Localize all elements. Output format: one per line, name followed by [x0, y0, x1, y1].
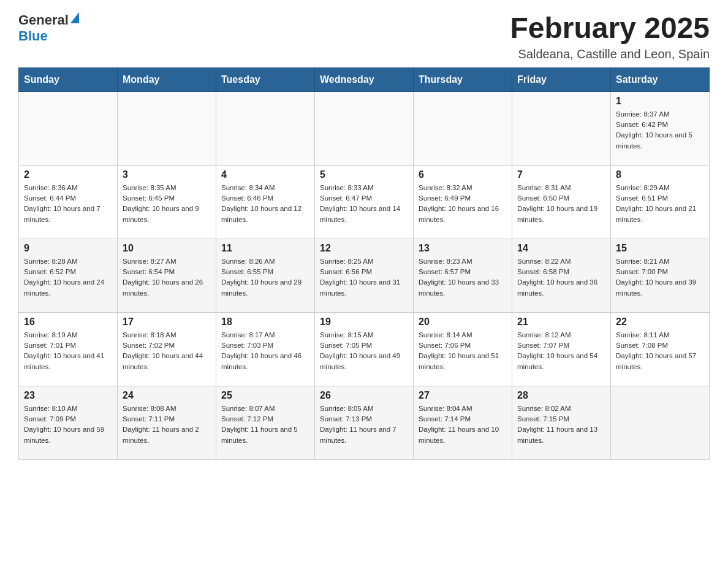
calendar-cell: 14Sunrise: 8:22 AMSunset: 6:58 PMDayligh… [512, 239, 611, 312]
calendar-cell: 1Sunrise: 8:37 AMSunset: 6:42 PMDaylight… [611, 91, 710, 165]
day-number: 4 [221, 169, 309, 180]
calendar-cell [19, 91, 118, 165]
logo-text-blue: Blue [18, 28, 48, 44]
day-number: 16 [24, 316, 112, 327]
day-info: Sunrise: 8:11 AMSunset: 7:08 PMDaylight:… [616, 330, 704, 372]
day-number: 1 [616, 96, 704, 107]
day-info: Sunrise: 8:02 AMSunset: 7:15 PMDaylight:… [517, 404, 605, 446]
calendar-cell: 26Sunrise: 8:05 AMSunset: 7:13 PMDayligh… [315, 386, 414, 459]
logo-text-general: General [18, 12, 69, 28]
calendar-table: SundayMondayTuesdayWednesdayThursdayFrid… [18, 67, 710, 460]
day-number: 7 [517, 169, 605, 180]
day-info: Sunrise: 8:04 AMSunset: 7:14 PMDaylight:… [419, 404, 507, 446]
day-number: 19 [320, 316, 408, 327]
day-number: 14 [517, 243, 605, 254]
day-number: 2 [24, 169, 112, 180]
column-header-friday: Friday [512, 67, 611, 91]
location-subtitle: Saldeana, Castille and Leon, Spain [510, 47, 710, 61]
day-info: Sunrise: 8:15 AMSunset: 7:05 PMDaylight:… [320, 330, 408, 372]
day-number: 6 [419, 169, 507, 180]
day-info: Sunrise: 8:36 AMSunset: 6:44 PMDaylight:… [24, 183, 112, 225]
calendar-cell: 10Sunrise: 8:27 AMSunset: 6:54 PMDayligh… [118, 239, 216, 312]
calendar-cell [414, 91, 512, 165]
day-info: Sunrise: 8:25 AMSunset: 6:56 PMDaylight:… [320, 256, 408, 299]
day-info: Sunrise: 8:28 AMSunset: 6:52 PMDaylight:… [24, 256, 112, 299]
day-info: Sunrise: 8:29 AMSunset: 6:51 PMDaylight:… [616, 183, 704, 225]
day-number: 27 [419, 390, 507, 401]
calendar-cell: 16Sunrise: 8:19 AMSunset: 7:01 PMDayligh… [19, 312, 118, 386]
column-header-wednesday: Wednesday [315, 67, 414, 91]
day-info: Sunrise: 8:05 AMSunset: 7:13 PMDaylight:… [320, 404, 408, 446]
day-number: 3 [123, 169, 211, 180]
month-title: February 2025 [510, 12, 710, 45]
calendar-cell: 21Sunrise: 8:12 AMSunset: 7:07 PMDayligh… [512, 312, 611, 386]
calendar-cell: 11Sunrise: 8:26 AMSunset: 6:55 PMDayligh… [216, 239, 315, 312]
calendar-cell: 23Sunrise: 8:10 AMSunset: 7:09 PMDayligh… [19, 386, 118, 459]
column-header-monday: Monday [118, 67, 216, 91]
day-info: Sunrise: 8:19 AMSunset: 7:01 PMDaylight:… [24, 330, 112, 372]
calendar-cell: 5Sunrise: 8:33 AMSunset: 6:47 PMDaylight… [315, 165, 414, 239]
calendar-week-row: 9Sunrise: 8:28 AMSunset: 6:52 PMDaylight… [19, 239, 710, 312]
calendar-cell: 9Sunrise: 8:28 AMSunset: 6:52 PMDaylight… [19, 239, 118, 312]
calendar-cell: 25Sunrise: 8:07 AMSunset: 7:12 PMDayligh… [216, 386, 315, 459]
day-number: 26 [320, 390, 408, 401]
calendar-cell: 22Sunrise: 8:11 AMSunset: 7:08 PMDayligh… [611, 312, 710, 386]
calendar-cell: 24Sunrise: 8:08 AMSunset: 7:11 PMDayligh… [118, 386, 216, 459]
day-number: 10 [123, 243, 211, 254]
day-info: Sunrise: 8:23 AMSunset: 6:57 PMDaylight:… [419, 256, 507, 299]
day-info: Sunrise: 8:31 AMSunset: 6:50 PMDaylight:… [517, 183, 605, 225]
day-info: Sunrise: 8:17 AMSunset: 7:03 PMDaylight:… [221, 330, 309, 372]
day-number: 9 [24, 243, 112, 254]
day-number: 8 [616, 169, 704, 180]
calendar-cell: 3Sunrise: 8:35 AMSunset: 6:45 PMDaylight… [118, 165, 216, 239]
calendar-cell: 20Sunrise: 8:14 AMSunset: 7:06 PMDayligh… [414, 312, 512, 386]
page-header: General Blue February 2025 Saldeana, Cas… [18, 12, 710, 61]
day-info: Sunrise: 8:33 AMSunset: 6:47 PMDaylight:… [320, 183, 408, 225]
calendar-cell: 6Sunrise: 8:32 AMSunset: 6:49 PMDaylight… [414, 165, 512, 239]
day-info: Sunrise: 8:37 AMSunset: 6:42 PMDaylight:… [616, 109, 704, 151]
day-info: Sunrise: 8:18 AMSunset: 7:02 PMDaylight:… [123, 330, 211, 372]
calendar-cell: 2Sunrise: 8:36 AMSunset: 6:44 PMDaylight… [19, 165, 118, 239]
day-number: 13 [419, 243, 507, 254]
day-number: 11 [221, 243, 309, 254]
calendar-week-row: 2Sunrise: 8:36 AMSunset: 6:44 PMDaylight… [19, 165, 710, 239]
calendar-cell [512, 91, 611, 165]
day-info: Sunrise: 8:08 AMSunset: 7:11 PMDaylight:… [123, 404, 211, 446]
calendar-cell [216, 91, 315, 165]
day-info: Sunrise: 8:07 AMSunset: 7:12 PMDaylight:… [221, 404, 309, 446]
calendar-week-row: 1Sunrise: 8:37 AMSunset: 6:42 PMDaylight… [19, 91, 710, 165]
calendar-week-row: 23Sunrise: 8:10 AMSunset: 7:09 PMDayligh… [19, 386, 710, 459]
column-header-thursday: Thursday [414, 67, 512, 91]
day-number: 25 [221, 390, 309, 401]
calendar-week-row: 16Sunrise: 8:19 AMSunset: 7:01 PMDayligh… [19, 312, 710, 386]
day-number: 18 [221, 316, 309, 327]
calendar-cell: 13Sunrise: 8:23 AMSunset: 6:57 PMDayligh… [414, 239, 512, 312]
day-number: 21 [517, 316, 605, 327]
calendar-cell [315, 91, 414, 165]
day-number: 24 [123, 390, 211, 401]
day-number: 20 [419, 316, 507, 327]
day-info: Sunrise: 8:34 AMSunset: 6:46 PMDaylight:… [221, 183, 309, 225]
day-number: 12 [320, 243, 408, 254]
calendar-cell [611, 386, 710, 459]
day-info: Sunrise: 8:22 AMSunset: 6:58 PMDaylight:… [517, 256, 605, 299]
column-header-sunday: Sunday [19, 67, 118, 91]
day-info: Sunrise: 8:14 AMSunset: 7:06 PMDaylight:… [419, 330, 507, 372]
calendar-cell: 28Sunrise: 8:02 AMSunset: 7:15 PMDayligh… [512, 386, 611, 459]
calendar-cell [118, 91, 216, 165]
day-number: 17 [123, 316, 211, 327]
logo-triangle-icon [70, 12, 79, 23]
day-info: Sunrise: 8:35 AMSunset: 6:45 PMDaylight:… [123, 183, 211, 225]
calendar-cell: 18Sunrise: 8:17 AMSunset: 7:03 PMDayligh… [216, 312, 315, 386]
day-info: Sunrise: 8:12 AMSunset: 7:07 PMDaylight:… [517, 330, 605, 372]
day-number: 22 [616, 316, 704, 327]
calendar-cell: 27Sunrise: 8:04 AMSunset: 7:14 PMDayligh… [414, 386, 512, 459]
calendar-cell: 7Sunrise: 8:31 AMSunset: 6:50 PMDaylight… [512, 165, 611, 239]
day-info: Sunrise: 8:26 AMSunset: 6:55 PMDaylight:… [221, 256, 309, 299]
calendar-header-row: SundayMondayTuesdayWednesdayThursdayFrid… [19, 67, 710, 91]
day-info: Sunrise: 8:32 AMSunset: 6:49 PMDaylight:… [419, 183, 507, 225]
title-section: February 2025 Saldeana, Castille and Leo… [510, 12, 710, 61]
day-number: 15 [616, 243, 704, 254]
calendar-cell: 19Sunrise: 8:15 AMSunset: 7:05 PMDayligh… [315, 312, 414, 386]
day-number: 23 [24, 390, 112, 401]
